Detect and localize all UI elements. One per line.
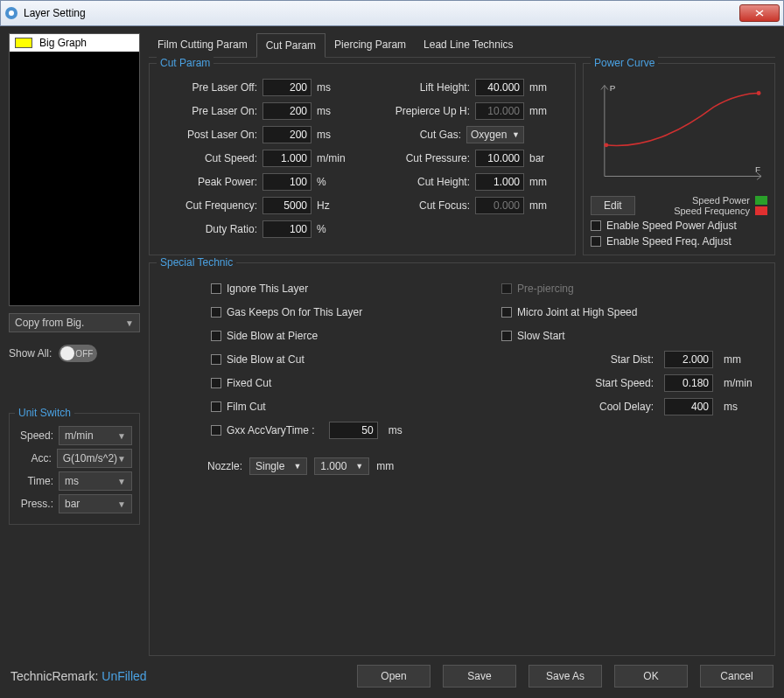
post-laser-on-input[interactable]: 200 (262, 126, 312, 143)
window-close-button[interactable] (739, 4, 780, 22)
show-all-toggle[interactable]: OFF (59, 345, 97, 362)
show-all-label: Show All: (9, 347, 52, 359)
peak-power-input[interactable]: 100 (262, 173, 312, 191)
unit: ms (724, 401, 766, 413)
film-cut-label: Film Cut (227, 401, 266, 413)
lift-height-input[interactable]: 40.000 (475, 79, 524, 96)
speed-unit-dropdown[interactable]: m/min▼ (59, 426, 132, 445)
cut-gas-dropdown[interactable]: Oxygen▼ (466, 126, 524, 143)
press-unit-dropdown[interactable]: bar▼ (59, 494, 132, 513)
nozzle-label: Nozzle: (207, 460, 242, 472)
duty-ratio-input[interactable]: 100 (262, 220, 312, 238)
cut-gas-value: Oxygen (471, 129, 507, 141)
copy-from-dropdown[interactable]: Copy from Big. ▼ (9, 313, 140, 332)
svg-point-4 (604, 143, 608, 147)
technic-remark: TechnicRemark: UnFilled (10, 669, 147, 683)
lift-height-label: Lift Height: (371, 81, 470, 94)
save-button[interactable]: Save (443, 665, 516, 688)
chevron-down-icon: ▼ (512, 130, 520, 139)
svg-point-5 (757, 91, 761, 95)
nozzle-size-dropdown[interactable]: 1.000▼ (314, 457, 369, 475)
chevron-down-icon: ▼ (293, 462, 301, 471)
cancel-button[interactable]: Cancel (700, 665, 774, 688)
side-blow-cut-label: Side Blow at Cut (227, 353, 304, 366)
unit: mm (529, 199, 566, 212)
cut-frequency-input[interactable]: 5000 (262, 197, 312, 214)
toggle-knob (60, 346, 74, 360)
cool-delay-label: Cool Delay: (501, 401, 654, 413)
post-laser-on-label: Post Laser On: (158, 129, 257, 141)
gxx-accvarytime-checkbox[interactable] (211, 425, 221, 436)
side-blow-pierce-checkbox[interactable] (211, 331, 221, 341)
start-speed-label: Start Speed: (501, 377, 654, 389)
ignore-layer-label: Ignore This Layer (227, 283, 308, 295)
prepierce-up-h-label: Prepierce Up H: (371, 105, 470, 117)
duty-ratio-label: Duty Ratio: (158, 223, 257, 235)
cut-focus-input: 0.000 (475, 197, 524, 214)
tab-cut-param[interactable]: Cut Param (256, 33, 326, 58)
pre-laser-off-input[interactable]: 200 (262, 79, 312, 96)
fixed-cut-checkbox[interactable] (211, 378, 221, 388)
window-title: Layer Setting (24, 7, 739, 19)
unit: ms (388, 424, 402, 436)
cut-speed-input[interactable]: 1.000 (262, 150, 312, 167)
star-dist-input[interactable]: 2.000 (664, 351, 713, 368)
unit: mm (529, 176, 566, 188)
enable-speed-power-checkbox[interactable] (591, 220, 601, 231)
acc-unit-dropdown[interactable]: G(10m/s^2)▼ (57, 449, 132, 468)
cut-height-input[interactable]: 1.000 (475, 173, 524, 191)
tab-bar: Film Cutting Param Cut Param Piercing Pa… (149, 33, 775, 58)
gas-keeps-checkbox[interactable] (211, 307, 221, 318)
unit: m/min (724, 377, 766, 389)
press-unit-label: Press.: (17, 498, 53, 510)
cut-pressure-input[interactable]: 10.000 (475, 150, 524, 167)
pre-laser-off-label: Pre Laser Off: (158, 81, 257, 94)
time-unit-dropdown[interactable]: ms▼ (59, 471, 132, 491)
speed-freq-legend: Speed Frequency (674, 206, 750, 216)
cut-gas-label: Cut Gas: (371, 129, 461, 141)
toggle-state: OFF (75, 349, 93, 359)
special-technic-group: Special Technic Ignore This Layer Gas Ke… (149, 262, 775, 656)
pre-piercing-checkbox (501, 283, 512, 294)
nozzle-type-dropdown[interactable]: Single▼ (249, 457, 307, 475)
chevron-down-icon: ▼ (125, 318, 134, 328)
open-button[interactable]: Open (357, 665, 430, 688)
time-unit-value: ms (65, 475, 79, 487)
tab-lead-line[interactable]: Lead Line Technics (415, 33, 522, 57)
slow-start-checkbox[interactable] (501, 331, 512, 341)
copy-from-label: Copy from Big. (15, 317, 84, 329)
unit: mm (529, 105, 566, 117)
slow-start-label: Slow Start (517, 330, 565, 342)
layer-color-swatch (15, 38, 32, 48)
cut-focus-label: Cut Focus: (371, 199, 470, 212)
tab-film-cutting[interactable]: Film Cutting Param (149, 33, 256, 57)
pre-laser-on-input[interactable]: 200 (262, 102, 312, 120)
unit-switch-group: Unit Switch Speed: m/min▼ Acc: G(10m/s^2… (9, 413, 140, 525)
save-as-button[interactable]: Save As (528, 665, 602, 688)
unit: mm (529, 81, 566, 94)
micro-joint-checkbox[interactable] (501, 307, 512, 318)
speed-unit-value: m/min (65, 429, 94, 442)
ok-button[interactable]: OK (614, 665, 688, 688)
cool-delay-input[interactable]: 400 (664, 398, 713, 415)
micro-joint-label: Micro Joint at High Speed (517, 306, 637, 318)
technic-remark-label: TechnicRemark: (10, 669, 98, 683)
edit-curve-button[interactable]: Edit (591, 196, 635, 215)
svg-point-1 (9, 10, 14, 16)
start-speed-input[interactable]: 0.180 (664, 374, 713, 392)
enable-speed-freq-checkbox[interactable] (591, 236, 601, 247)
film-cut-checkbox[interactable] (211, 401, 221, 412)
close-icon (755, 10, 764, 17)
layer-item[interactable]: Big Graph (10, 34, 139, 52)
enable-speed-power-label: Enable Speed Power Adjust (606, 220, 737, 232)
unit: % (317, 176, 354, 188)
unit: % (317, 223, 354, 235)
tab-piercing[interactable]: Piercing Param (326, 33, 415, 57)
side-blow-cut-checkbox[interactable] (211, 354, 221, 365)
ignore-layer-checkbox[interactable] (211, 283, 221, 294)
gxx-accvarytime-label: Gxx AccVaryTime : (227, 424, 315, 436)
cut-frequency-label: Cut Frequency: (158, 199, 257, 212)
gxx-accvarytime-input[interactable]: 50 (329, 422, 378, 439)
layer-list[interactable]: Big Graph (9, 33, 140, 306)
acc-unit-label: Acc: (17, 452, 52, 464)
